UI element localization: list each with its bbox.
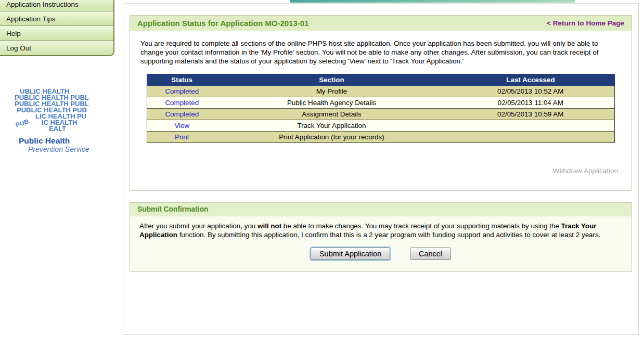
phps-logo: UBLIC HEALTH PUBLIC HEALTH PUBL PUBLIC H…: [15, 88, 116, 153]
section-cell: Track Your Application: [217, 120, 446, 132]
intro-text: You are required to complete all section…: [140, 39, 621, 66]
last-accessed-cell: 02/05/2013 10:52 AM: [446, 86, 615, 97]
application-status-body: You are required to complete all section…: [130, 31, 632, 190]
confirmation-text-part: be able to make changes. You may track r…: [281, 222, 561, 230]
submit-confirmation-body: After you submit your application, you w…: [130, 216, 632, 271]
button-row: Submit Application Cancel: [139, 248, 622, 260]
table-row: Print Print Application (for your record…: [147, 132, 615, 143]
application-status-panel: Application Status for Application MO-20…: [130, 15, 632, 191]
print-link[interactable]: Print: [175, 133, 189, 141]
main-content: Application Status for Application MO-20…: [123, 3, 639, 335]
section-cell: Assignment Details: [217, 109, 446, 120]
logo-title: Public Health: [19, 136, 116, 146]
logo-map-line: EALT: [49, 126, 116, 132]
table-row: Completed Assignment Details 02/05/2013 …: [147, 109, 615, 120]
table-row: Completed My Profile 02/05/2013 10:52 AM: [147, 86, 615, 97]
logo-map-line: IC HEALTH: [42, 120, 116, 126]
logo-map-line: PUBLIC HEALTH PUB: [17, 107, 116, 113]
section-cell: Print Application (for your records): [217, 132, 446, 143]
section-cell: Public Health Agency Details: [217, 97, 446, 109]
column-header-last-accessed: Last Accessed: [446, 74, 615, 86]
sidebar-item-log-out[interactable]: Log Out: [0, 41, 113, 55]
logo-map-line: PUBLIC HEALTH PUBL: [15, 95, 116, 101]
logo-subtitle: Prevention Service: [28, 145, 116, 153]
table-row: View Track Your Application: [147, 120, 615, 132]
confirmation-text-part: function. By submitting this application…: [177, 231, 601, 239]
logo-map-line: LIC HEALTH PU: [35, 113, 116, 120]
column-header-status: Status: [147, 74, 217, 86]
withdraw-application-link[interactable]: Withdraw Application: [140, 167, 618, 175]
column-header-section: Section: [217, 74, 446, 86]
last-accessed-cell: 02/05/2013 11:04 AM: [446, 97, 615, 109]
last-accessed-cell: [446, 120, 615, 132]
sidebar-menu: Application Instructions Application Tip…: [0, 0, 114, 56]
sidebar-item-application-instructions[interactable]: Application Instructions: [0, 0, 113, 11]
section-cell: My Profile: [217, 86, 446, 97]
last-accessed-cell: [446, 132, 615, 143]
us-map-logo: UBLIC HEALTH PUBLIC HEALTH PUBL PUBLIC H…: [15, 88, 116, 132]
confirmation-text-bold: will not: [257, 222, 281, 230]
sidebar-item-help[interactable]: Help: [0, 26, 113, 41]
table-row: Completed Public Health Agency Details 0…: [147, 97, 615, 109]
submit-confirmation-title: Submit Confirmation: [130, 203, 632, 216]
page-title: Application Status for Application MO-20…: [137, 19, 309, 28]
logo-map-line: PUBLIC HEALTH PUBL: [15, 101, 116, 107]
confirmation-text-part: After you submit your application, you: [139, 222, 257, 230]
return-home-link[interactable]: < Return to Home Page: [547, 19, 624, 27]
view-link[interactable]: View: [174, 122, 189, 129]
banner-strip: [290, 0, 575, 3]
logo-map-line: UBLIC HEALTH: [20, 88, 116, 95]
status-link[interactable]: Completed: [165, 87, 199, 95]
application-status-table: Status Section Last Accessed Completed M…: [147, 74, 615, 143]
sidebar-item-application-tips[interactable]: Application Tips: [0, 11, 113, 26]
status-link[interactable]: Completed: [165, 110, 199, 118]
submit-confirmation-panel: Submit Confirmation After you submit you…: [130, 202, 632, 272]
submit-application-button[interactable]: Submit Application: [311, 248, 390, 260]
application-status-header: Application Status for Application MO-20…: [130, 16, 632, 31]
last-accessed-cell: 02/05/2013 10:59 AM: [446, 109, 615, 120]
status-link[interactable]: Completed: [165, 99, 199, 107]
confirmation-text: After you submit your application, you w…: [139, 222, 622, 239]
logo-alaska-fragment: PUB: [15, 118, 29, 128]
table-header-row: Status Section Last Accessed: [147, 74, 615, 86]
cancel-button[interactable]: Cancel: [410, 248, 451, 260]
